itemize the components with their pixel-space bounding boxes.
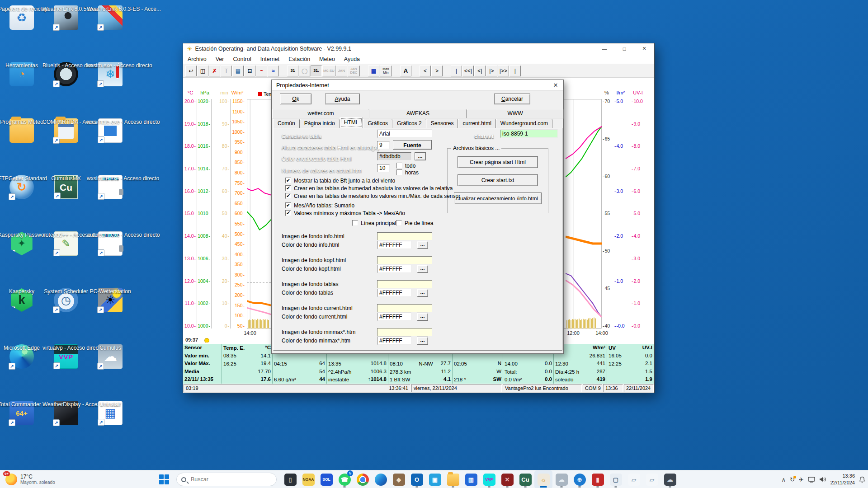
taskbar-app-icon[interactable]: ☁ xyxy=(552,470,571,488)
field-input[interactable] xyxy=(377,328,432,336)
tab[interactable]: Gráficos 2 xyxy=(392,119,426,128)
toolbar-button[interactable]: |>> xyxy=(498,66,509,76)
checkbox[interactable]: ✔ xyxy=(285,210,291,216)
field-input[interactable]: #FFFFFF xyxy=(377,241,411,249)
desktop-icon[interactable]: ✎ ↗ notepad++ - Acceso directo xyxy=(44,230,88,286)
minimize-button[interactable]: — xyxy=(594,43,614,54)
taskbar-app-icon[interactable]: SOL xyxy=(317,470,335,488)
search-input[interactable] xyxy=(190,476,258,483)
desktop-icon[interactable]: ↗ autolearn.exe - Acceso directo xyxy=(89,230,132,286)
tab[interactable]: WWW xyxy=(467,109,564,118)
menu-item[interactable]: Internet xyxy=(256,56,284,62)
checkbox[interactable] xyxy=(396,220,402,226)
taskbar-app-icon[interactable]: Cu xyxy=(516,470,534,488)
desktop-icon[interactable]: ↗ COMPARTIDA - Acceso directo xyxy=(44,117,88,173)
toolbar-button[interactable]: ▤ xyxy=(232,66,244,76)
checkbox[interactable]: ✔ xyxy=(285,202,291,208)
maximize-button[interactable]: □ xyxy=(614,43,634,54)
desktop-icon[interactable]: ☀ ↗ PC-Wetterstation xyxy=(89,286,132,343)
desktop-icon[interactable]: VVP ↗ virtualvp - Acceso directo xyxy=(44,343,88,399)
field-input[interactable]: #FFFFFF xyxy=(377,337,411,345)
desktop-icon[interactable]: 64+ ↗ Total Commander ... xyxy=(0,399,43,455)
toolbar-button[interactable]: <<| xyxy=(462,66,474,76)
tab[interactable]: current.html xyxy=(458,119,495,128)
color-encabezado-input[interactable]: #dbdbdb xyxy=(377,152,411,160)
taskbar-app-icon[interactable] xyxy=(354,470,372,488)
checkbox[interactable] xyxy=(352,220,358,226)
toolbar-button[interactable]: M0-SU xyxy=(322,66,335,76)
menu-item[interactable]: Ver xyxy=(211,56,229,62)
field-input[interactable] xyxy=(377,256,432,264)
taskbar-app-icon[interactable]: ▥ xyxy=(462,470,480,488)
menu-item[interactable]: Estación xyxy=(284,56,315,62)
desktop-icon[interactable]: ↗ WeatherLink 6.0.3-ES - Acce... xyxy=(89,4,132,60)
taskbar-app-icon[interactable]: ☁ xyxy=(661,470,679,488)
desktop-icon[interactable]: ◔ ↗ Herramientas xyxy=(0,60,43,117)
start-button[interactable] xyxy=(159,474,170,484)
crear-pagina-start-button[interactable]: Crear página start Html xyxy=(458,156,538,168)
taskbar-app-icon[interactable]: ▮ xyxy=(589,470,607,488)
field-input[interactable] xyxy=(377,304,432,312)
cancel-button[interactable]: Cancelar xyxy=(494,94,530,104)
toolbar-button[interactable]: ≈ xyxy=(268,66,279,76)
dialog-close-icon[interactable]: ✕ xyxy=(548,82,563,89)
taskbar-clock[interactable]: 13:36 22/11/2024 xyxy=(830,473,855,486)
close-button[interactable]: ✕ xyxy=(634,43,654,54)
toolbar-button[interactable]: ↩ xyxy=(185,66,197,76)
checkbox[interactable]: ✔ xyxy=(285,178,291,183)
tab[interactable]: HTML xyxy=(340,117,363,128)
altura-input[interactable]: 9 xyxy=(377,141,390,149)
todo-checkbox[interactable] xyxy=(396,163,402,169)
taskbar-app-icon[interactable]: ✕ xyxy=(498,470,516,488)
desktop-icon[interactable]: ↗ Programas Meteo xyxy=(0,117,43,173)
taskbar-app-icon[interactable]: ☼ xyxy=(534,470,552,488)
numero-valores-input[interactable]: 10 xyxy=(377,164,390,172)
toolbar-button[interactable]: | xyxy=(509,66,521,76)
paper-plane-icon[interactable]: ✈ xyxy=(799,477,804,483)
toolbar-button[interactable]: <| xyxy=(474,66,486,76)
desktop-icon[interactable]: ↗ WeatherLink 6.0.5.exe xyxy=(44,4,88,60)
dialog-title-bar[interactable]: Propiedades-Internet ✕ xyxy=(272,80,563,91)
weather-widget[interactable]: 9+ 17°C Mayorm. soleado xyxy=(3,472,58,487)
toolbar-button[interactable]: 31. xyxy=(311,66,322,76)
tab[interactable]: Sensores xyxy=(426,119,458,128)
toolbar-button[interactable]: ✗ xyxy=(209,66,220,76)
tab[interactable]: Común xyxy=(273,119,300,128)
tab[interactable]: Página inicio xyxy=(300,119,340,128)
toolbar-button[interactable]: ~ xyxy=(256,66,267,76)
chevron-up-icon[interactable]: ∧ xyxy=(781,477,786,483)
taskbar-app-icon[interactable]: ▢ xyxy=(607,470,625,488)
toolbar-button[interactable]: < xyxy=(420,66,431,76)
taskbar-app-icon[interactable]: ◆ xyxy=(390,470,408,488)
desktop-icon[interactable]: ✦ ↗ Kaspersky Passwor... xyxy=(0,230,43,286)
toolbar-button[interactable]: ⊟ xyxy=(244,66,255,76)
desktop-icon[interactable]: ↗ wxsimlite.exe - Acceso directo xyxy=(89,173,132,230)
actualizar-encabezamiento-button[interactable]: .ctualizar encabezamiento-/info.html . xyxy=(454,192,542,204)
fuente-button[interactable]: Fuente xyxy=(393,140,432,150)
taskbar-app-icon[interactable]: ⊕ xyxy=(571,470,589,488)
toolbar-button[interactable]: JAN DEC xyxy=(348,66,360,76)
toolbar-button[interactable]: T xyxy=(221,66,232,76)
menu-item[interactable]: Archivo xyxy=(183,56,211,62)
desktop-icon[interactable]: ↗ WeatherDisplay - Acceso directo xyxy=(44,399,88,455)
color-picker-button[interactable]: ... xyxy=(417,265,428,273)
horas-checkbox[interactable] xyxy=(396,169,402,175)
toolbar-button[interactable]: ◯ xyxy=(299,66,310,76)
taskbar-app-icon[interactable]: ▣ xyxy=(426,470,444,488)
search-box[interactable] xyxy=(176,473,277,486)
toolbar-button[interactable]: |> xyxy=(486,66,497,76)
taskbar-app-icon[interactable]: ▱ xyxy=(625,470,643,488)
title-bar[interactable]: ☀ Estación Operating- and Data Acquisiti… xyxy=(183,43,654,54)
desktop-icon[interactable]: ↗ wxsimate.exe - Acceso directo xyxy=(89,117,132,173)
taskbar-app-icon[interactable] xyxy=(372,470,390,488)
help-button[interactable]: Ayuda xyxy=(325,94,360,104)
toolbar-button[interactable]: > xyxy=(431,66,443,76)
color-picker-button[interactable]: ... xyxy=(417,241,428,249)
menu-item[interactable]: Control xyxy=(228,56,255,62)
color-picker-button[interactable]: ... xyxy=(417,289,428,297)
checkbox[interactable]: ✔ xyxy=(285,185,291,191)
desktop-icon[interactable]: Cu ↗ CumulusMX xyxy=(44,173,88,230)
menu-item[interactable]: Ayuda xyxy=(340,56,364,62)
notifications-bell-icon[interactable] xyxy=(859,476,865,483)
toolbar-button[interactable]: ▦ xyxy=(368,66,379,76)
